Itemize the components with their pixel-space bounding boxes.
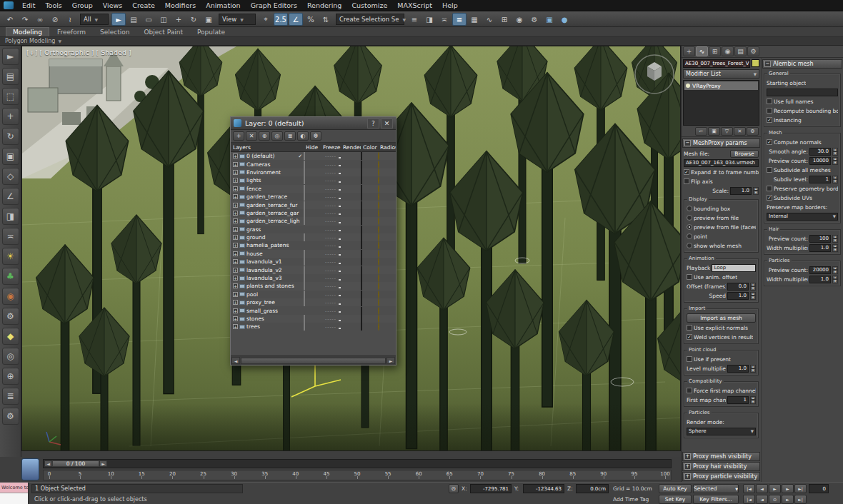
show-end-result-icon[interactable]: ▣	[708, 127, 720, 136]
expand-icon[interactable]: +	[233, 283, 238, 288]
hide-cell[interactable]	[304, 316, 321, 322]
width-multiplier-field[interactable]: 1.0	[809, 276, 831, 283]
layer-color-swatch[interactable]	[361, 193, 362, 201]
hide-cell[interactable]	[304, 283, 321, 289]
app-logo-icon[interactable]	[4, 1, 14, 9]
menu-modifiers[interactable]: Modifiers	[160, 1, 201, 10]
color-cell[interactable]	[361, 186, 378, 192]
frame-forward-icon[interactable]: ►	[99, 460, 107, 467]
layer-color-swatch[interactable]	[361, 323, 362, 331]
hide-checkbox[interactable]	[304, 168, 305, 176]
color-cell[interactable]	[361, 226, 378, 233]
expand-icon[interactable]: +	[233, 194, 238, 199]
layer-row[interactable]: +garden_terrace_gar-----	[231, 209, 396, 217]
layer-color-swatch[interactable]	[361, 201, 362, 209]
radiosity-icon[interactable]	[378, 201, 379, 209]
radiosity-icon[interactable]	[378, 233, 379, 241]
hide-cell[interactable]	[304, 291, 321, 298]
radiosity-icon[interactable]	[378, 193, 379, 201]
go-to-end-icon[interactable]: ►|	[794, 484, 807, 493]
layer-row[interactable]: +stones-----	[231, 315, 396, 323]
layer-row[interactable]: +lavandula_v3-----	[231, 274, 396, 282]
hide-checkbox[interactable]	[304, 291, 305, 298]
select-object-icon[interactable]: ►	[111, 13, 126, 26]
preserve-geometry-borders-checkbox[interactable]	[767, 186, 772, 191]
internal-select[interactable]: Internal▼	[767, 213, 838, 221]
select-and-link-icon[interactable]: ∞	[33, 13, 47, 26]
menu-customize[interactable]: Customize	[346, 1, 392, 10]
render-setup-icon[interactable]: ⚙	[527, 13, 542, 26]
expand-icon[interactable]: +	[233, 178, 238, 183]
angle-snap-icon[interactable]: ∠	[289, 13, 303, 26]
freeze-cell[interactable]: -----	[321, 186, 341, 191]
window-crossing-icon[interactable]: ◫	[156, 13, 171, 26]
key-step-start-icon[interactable]: |◄	[743, 495, 755, 504]
radiosity-icon[interactable]	[378, 323, 379, 331]
radiosity-icon[interactable]	[378, 266, 379, 274]
foliage-icon[interactable]: ♣	[2, 268, 19, 285]
layer-row[interactable]: +small_grass-----	[231, 306, 396, 314]
hide-cell[interactable]	[304, 193, 321, 200]
freeze-cell[interactable]: -----	[321, 251, 341, 256]
snaps-toggle-icon[interactable]: 2.5	[274, 13, 288, 26]
expand-icon[interactable]: +	[233, 153, 238, 158]
layer-row[interactable]: +lavandula_v1-----	[231, 258, 396, 266]
set-current-layer-icon[interactable]: ≣	[284, 131, 296, 141]
utilities-tab-icon[interactable]: ⚙	[747, 46, 759, 56]
expand-icon[interactable]: +	[233, 203, 238, 208]
layer-color-swatch[interactable]	[361, 291, 362, 298]
expand-icon[interactable]: +	[233, 308, 238, 313]
layer-color-swatch[interactable]	[361, 152, 362, 160]
radiosity-icon[interactable]	[378, 217, 379, 225]
ribbon-tab-modeling[interactable]: Modeling	[6, 27, 49, 36]
text-field[interactable]	[767, 89, 838, 96]
scale-field[interactable]: 1.0	[730, 187, 752, 195]
radiosity-icon[interactable]	[378, 307, 379, 315]
radiosity-cell[interactable]	[378, 299, 396, 306]
spinner-arrows[interactable]: ▲▼	[832, 244, 838, 252]
use-full-names-checkbox[interactable]	[767, 99, 772, 104]
color-cell[interactable]	[361, 218, 378, 224]
key-mode-dropdown[interactable]: Selected ▼	[693, 484, 739, 493]
freeze-cell[interactable]: -----	[321, 227, 341, 232]
spinner-arrows[interactable]: ▲▼	[832, 276, 838, 283]
spinner-arrows[interactable]: ▲▼	[750, 396, 756, 404]
expand-icon[interactable]: +	[233, 162, 238, 167]
spinner-arrows[interactable]: ▲▼	[753, 187, 759, 195]
hide-cell[interactable]	[304, 153, 321, 159]
ae30-007-163-034-vrmesh-field[interactable]: AE30_007_163_034.vrmesh	[684, 159, 759, 167]
color-cell[interactable]	[361, 283, 378, 289]
key-step-back-icon[interactable]: ◄	[756, 495, 768, 504]
radiosity-icon[interactable]	[378, 291, 379, 298]
current-frame-field[interactable]: 0	[809, 484, 829, 493]
layer-color-swatch[interactable]	[361, 217, 362, 225]
radiosity-cell[interactable]	[378, 291, 396, 298]
expand-icon[interactable]: +	[233, 218, 238, 223]
previous-frame-icon[interactable]: ◄	[756, 484, 768, 493]
select-and-move-icon[interactable]: +	[171, 13, 186, 26]
horizontal-scrollbar[interactable]: ◄ ►	[231, 356, 396, 365]
hide-cell[interactable]	[304, 177, 321, 183]
set-key-button[interactable]: Set Key	[659, 495, 692, 504]
spin-down-icon[interactable]: ▼	[832, 279, 838, 283]
select-and-scale-icon[interactable]: ▣	[201, 13, 216, 26]
delete-layer-icon[interactable]: ✕	[246, 131, 257, 141]
percent-snap-icon[interactable]: %	[304, 13, 318, 26]
hide-checkbox[interactable]	[304, 258, 305, 266]
radiosity-icon[interactable]	[378, 250, 379, 258]
subdivide-uvs-checkbox[interactable]: ✓	[767, 195, 772, 201]
column-header-layers[interactable]: Layers	[231, 144, 304, 151]
hide-checkbox[interactable]	[304, 266, 305, 274]
spin-down-icon[interactable]: ▼	[832, 151, 838, 156]
hide-cell[interactable]	[304, 323, 321, 330]
radiosity-cell[interactable]	[378, 161, 396, 168]
preview-from-file-faces-radio[interactable]	[687, 224, 692, 230]
scroll-right-icon[interactable]: ►	[386, 357, 395, 364]
menu-graph-editors[interactable]: Graph Editors	[246, 1, 302, 10]
frame-display[interactable]: 0 / 100	[52, 460, 99, 467]
spin-down-icon[interactable]: ▼	[832, 270, 838, 274]
radiosity-cell[interactable]	[378, 251, 396, 257]
spin-down-icon[interactable]: ▼	[832, 248, 838, 252]
hide-checkbox[interactable]	[304, 315, 305, 323]
hide-checkbox[interactable]	[304, 152, 305, 160]
